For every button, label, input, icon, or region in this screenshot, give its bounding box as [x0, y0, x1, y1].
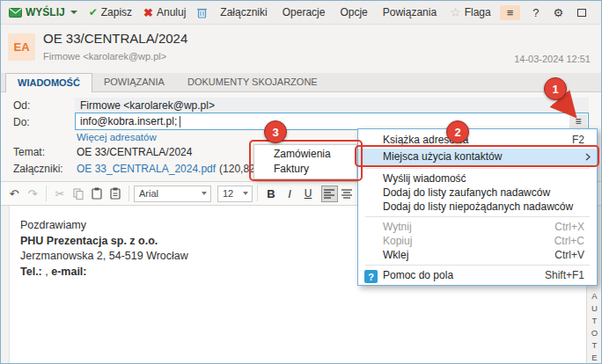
- toolbar-separator: [46, 186, 47, 201]
- redo-button[interactable]: ↷: [24, 185, 41, 202]
- cancel-button[interactable]: ✖ Anuluj: [141, 4, 188, 21]
- paste-special-button[interactable]: [106, 185, 124, 202]
- tab-wiadomosc[interactable]: WIADOMOŚĆ: [5, 73, 92, 92]
- menu-item-pomoc-do-pola[interactable]: ? Pomoc do pola Shift+F1: [358, 268, 597, 282]
- font-family-value: Arial: [139, 188, 158, 199]
- underline-button[interactable]: U: [299, 185, 317, 202]
- more-recipients-link[interactable]: Więcej adresatów: [77, 132, 157, 142]
- editor-margin: [1, 206, 10, 364]
- check-icon: ✔: [89, 6, 98, 18]
- avatar: EA: [8, 33, 35, 61]
- maximize-icon: [577, 9, 586, 17]
- to-value: info@kobra.insert.pl;: [80, 115, 177, 127]
- cut-button[interactable]: ✂: [51, 185, 69, 202]
- more-toolbar-button[interactable]: ≡: [500, 5, 521, 20]
- cancel-label: Anuluj: [157, 6, 186, 18]
- align-center-button[interactable]: [339, 186, 356, 202]
- menu-item-label: Wyślij wiadomość: [383, 171, 466, 186]
- from-value: Firmowe <karolarek@wp.pl>: [80, 99, 215, 112]
- menu-item-dodaj-niepozadanych[interactable]: Dodaj do listy niepożądanych nadawców: [358, 200, 597, 214]
- italic-button[interactable]: I: [281, 185, 298, 202]
- to-field[interactable]: info@kobra.insert.pl; ≡: [75, 113, 589, 130]
- menu-separator: [365, 265, 590, 266]
- attachments-menu[interactable]: Załączniki: [216, 4, 271, 20]
- menu-item-dodaj-zaufanych[interactable]: Dodaj do listy zaufanych nadawców: [358, 186, 597, 200]
- relations-label: Powiązania: [383, 6, 437, 18]
- attachment-link[interactable]: OE 33_CENTRALA_2024.pdf: [77, 163, 216, 175]
- menu-item-wklej[interactable]: Wklej Ctrl+V: [358, 248, 597, 262]
- email-label: e-mail:: [51, 266, 86, 278]
- main-toolbar: WYŚLIJ ✔ Zapisz ✖ Anuluj Załączniki Oper…: [1, 1, 601, 25]
- maximize-button[interactable]: [577, 9, 586, 17]
- options-label: Opcje: [340, 6, 367, 18]
- subject-field[interactable]: OE 33/CENTRALA/2024: [77, 146, 192, 158]
- menu-item-label: Dodaj do listy zaufanych nadawców: [383, 186, 550, 200]
- menu-shortcut: Ctrl+X: [554, 220, 584, 234]
- menu-shortcut: Shift+F1: [545, 268, 584, 282]
- from-field[interactable]: Firmowe <karolarek@wp.pl>: [75, 98, 589, 113]
- submenu-item-zamowienia[interactable]: Zamówienia: [254, 147, 356, 162]
- menu-item-label: Wytnij: [383, 220, 412, 234]
- align-left-button[interactable]: [321, 186, 338, 202]
- settings-gear-button[interactable]: ⚙: [554, 6, 564, 19]
- to-label: Do:: [13, 116, 30, 128]
- from-label: Od:: [13, 99, 30, 112]
- operations-label: Operacje: [283, 6, 326, 18]
- menu-separator: [365, 168, 590, 169]
- menu-item-kopiuj: Kopiuj Ctrl+C: [358, 234, 597, 248]
- attachments-label: Załączniki:: [13, 163, 63, 175]
- submenu-item-faktury[interactable]: Faktury: [254, 162, 356, 177]
- send-button[interactable]: WYŚLIJ: [6, 4, 80, 20]
- menu-item-miejsca-uzycia-kontaktow[interactable]: Miejsca użycia kontaktów: [358, 149, 597, 165]
- chevron-down-icon: [243, 192, 248, 195]
- sender-account: Firmowe <karolarek@wp.pl>: [43, 51, 166, 62]
- help-button[interactable]: ?: [532, 6, 539, 19]
- save-button[interactable]: ✔ Zapisz: [86, 4, 135, 20]
- delete-button[interactable]: [195, 5, 209, 20]
- flag-button[interactable]: ☆ Flaga: [447, 4, 494, 21]
- tel-label: Tel.:: [20, 266, 42, 278]
- menu-item-label: Kopiuj: [383, 234, 412, 248]
- menu-separator: [365, 216, 590, 217]
- font-size-select[interactable]: 12: [217, 186, 253, 202]
- message-datetime: 14-03-2024 12:51: [514, 54, 591, 64]
- star-icon: ☆: [450, 5, 461, 19]
- red-x-icon: ✖: [143, 6, 153, 19]
- subject-label: Temat:: [13, 146, 45, 158]
- toolbar-separator: [257, 186, 258, 201]
- annotation-step-1: 1: [544, 77, 567, 100]
- attachments-label: Załączniki: [220, 6, 267, 18]
- font-family-select[interactable]: Arial: [134, 186, 211, 202]
- font-size-value: 12: [223, 188, 233, 199]
- chevron-down-icon: [202, 192, 207, 195]
- send-label: WYŚLIJ: [26, 6, 65, 18]
- operations-menu[interactable]: Operacje: [278, 4, 330, 20]
- menu-item-label: Dodaj do listy niepożądanych nadawców: [383, 200, 573, 214]
- tab-dokumenty-skojarzone[interactable]: DOKUMENTY SKOJARZONE: [176, 73, 329, 91]
- to-field-context-menu: Książka adresowa F2 Miejsca użycia konta…: [357, 128, 598, 286]
- help-icon: ?: [364, 270, 378, 283]
- menu-item-wyslij-wiadomosc[interactable]: Wyślij wiadomość: [358, 171, 597, 186]
- trash-icon: [197, 7, 207, 18]
- menu-shortcut: Ctrl+C: [554, 234, 584, 248]
- tab-powiazania[interactable]: POWIĄZANIA: [92, 73, 176, 91]
- menu-item-label: Wklej: [383, 248, 408, 262]
- autotext-panel-label: AUTOTEKSTY: [590, 291, 599, 364]
- toolbar-separator: [128, 186, 129, 201]
- to-field-menu-button[interactable]: ≡: [569, 114, 587, 128]
- annotation-step-2: 2: [446, 120, 469, 143]
- copy-button[interactable]: [70, 185, 87, 202]
- relations-menu[interactable]: Powiązania: [378, 4, 441, 20]
- menu-shortcut: Ctrl+V: [554, 248, 584, 262]
- message-header: EA OE 33/CENTRALA/2024 Firmowe <karolare…: [1, 25, 601, 73]
- window-controls: ? ⚙ ×: [532, 6, 602, 19]
- paste-button[interactable]: [88, 185, 106, 202]
- text-caret: [180, 116, 180, 127]
- contact-usage-submenu: Zamówienia Faktury: [253, 144, 357, 179]
- save-label: Zapisz: [101, 6, 132, 18]
- menu-shortcut: F2: [572, 132, 584, 149]
- options-menu[interactable]: Opcje: [335, 4, 371, 20]
- bold-button[interactable]: B: [262, 185, 280, 202]
- menu-item-ksiazka-adresowa[interactable]: Książka adresowa F2: [358, 132, 597, 149]
- undo-button[interactable]: ↶: [5, 185, 23, 202]
